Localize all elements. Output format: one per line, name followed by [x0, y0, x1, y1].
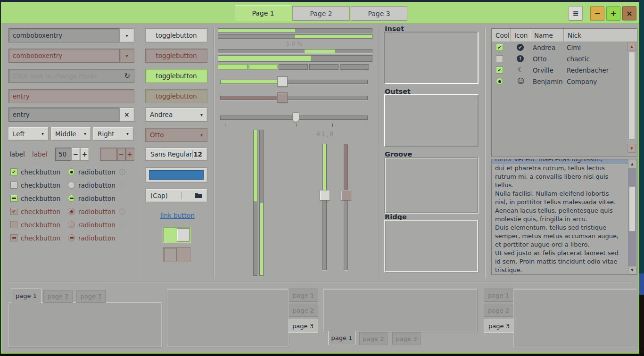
- combobox-left[interactable]: Left▾: [8, 127, 49, 141]
- spinner-icon: [122, 184, 123, 186]
- radio-label[interactable]: radiobutton: [78, 168, 116, 176]
- font-family: Sans Regular: [150, 150, 192, 158]
- textview-selection: tortor vel elit. Maecenas dignissim,: [492, 159, 628, 164]
- hscale-track[interactable]: [220, 80, 368, 84]
- tree-cell-name[interactable]: Otto: [533, 55, 546, 63]
- tree-cell-name[interactable]: Benjamin: [533, 78, 563, 85]
- header-tab-page3[interactable]: Page 3: [351, 6, 407, 21]
- notebook-top-tab-page3[interactable]: page 3: [76, 290, 106, 303]
- tree-column-header-nick[interactable]: Nick: [564, 29, 637, 41]
- checkbox-label[interactable]: checkbutton: [21, 182, 60, 189]
- hscale-slider[interactable]: [277, 76, 288, 87]
- tree-column-header-name[interactable]: Name: [530, 29, 564, 41]
- notebook-bottom-tab-page3[interactable]: page 3: [392, 332, 421, 345]
- combobox-name-disabled: Otto▾: [145, 128, 207, 142]
- radio-label[interactable]: radiobutton: [78, 195, 116, 202]
- radio-unchecked[interactable]: [68, 182, 75, 189]
- notebook-top-tab-page1[interactable]: page 1: [11, 289, 41, 303]
- radio-label[interactable]: radiobutton: [78, 182, 116, 189]
- spin-minus-button[interactable]: −: [71, 148, 80, 161]
- notebook-right-tab-page1[interactable]: page 1: [289, 289, 318, 302]
- label-disabled: label: [32, 150, 48, 158]
- notebook-left-content: [513, 289, 637, 348]
- tree-cell-nick[interactable]: chaotic: [567, 55, 590, 63]
- tree-cell-nick[interactable]: Company: [567, 78, 597, 85]
- combobox-right[interactable]: Right▾: [93, 127, 133, 141]
- close-button[interactable]: ×: [622, 6, 636, 20]
- entry-value: entry: [13, 111, 30, 118]
- scale-mark: [225, 124, 225, 127]
- togglebutton[interactable]: togglebutton: [145, 28, 207, 42]
- entry[interactable]: entry: [8, 108, 119, 122]
- menu-button[interactable]: ≡: [569, 6, 583, 20]
- tree-column-header-icon[interactable]: Icon: [511, 29, 530, 41]
- tree-cell-nick[interactable]: Cimi: [567, 44, 581, 51]
- tree-radio-checked[interactable]: [496, 78, 503, 85]
- combobox-name[interactable]: Andrea▾: [145, 108, 207, 122]
- notebook-right-tab-page2[interactable]: page 2: [289, 304, 318, 317]
- textview-scroll-up-button[interactable]: ▲: [628, 160, 636, 168]
- textview[interactable]: tortor vel elit. Maecenas dignissim, dui…: [491, 159, 637, 275]
- vscale-track[interactable]: [322, 144, 327, 270]
- tree-cell-nick[interactable]: Redenbacher: [567, 66, 609, 74]
- checkbox-label[interactable]: checkbutton: [21, 195, 60, 202]
- notebook-right-tab-page3[interactable]: page 3: [288, 319, 318, 333]
- header-tab-page2[interactable]: Page 2: [292, 6, 350, 21]
- switch-off-disabled: [163, 247, 190, 262]
- checkbox-label: checkbutton: [21, 208, 60, 215]
- hscale-marks-slider[interactable]: [292, 112, 299, 122]
- tree-checkbox-checked[interactable]: ✔: [496, 66, 503, 74]
- combobox-middle[interactable]: Middle▾: [50, 127, 91, 141]
- textview-scroll-down-button[interactable]: ▼: [628, 266, 636, 274]
- checkbox-mixed[interactable]: [10, 195, 17, 202]
- divider: [192, 150, 193, 158]
- checkbox-unchecked[interactable]: [10, 182, 17, 189]
- notebook-left-tab-page2[interactable]: page 2: [484, 304, 513, 317]
- maximize-button[interactable]: +: [606, 6, 620, 20]
- chevron-down-icon: ▾: [125, 33, 128, 38]
- refresh-icon[interactable]: ↻: [124, 72, 130, 80]
- spin-plus-button[interactable]: +: [80, 148, 89, 161]
- tree-scrollbar-thumb[interactable]: [628, 52, 635, 140]
- comboboxentry-value: comboboxentry: [13, 52, 62, 59]
- togglebutton-label: togglebutton: [156, 32, 197, 39]
- link-button[interactable]: link button: [160, 212, 195, 219]
- togglebutton-active[interactable]: togglebutton: [145, 69, 207, 83]
- notebook-top-tab-page2[interactable]: page 2: [43, 290, 73, 303]
- tree-cell-name[interactable]: Orville: [533, 66, 553, 74]
- file-chooser-button[interactable]: (Cap): [145, 189, 207, 202]
- font-button[interactable]: Sans Regular 12: [145, 148, 207, 161]
- tree-cell-name[interactable]: Andrea: [533, 44, 555, 51]
- mode-entry[interactable]: Click icon to change mode↻: [8, 69, 134, 83]
- minimize-button[interactable]: −: [590, 6, 604, 20]
- spinbutton-value[interactable]: 50: [55, 148, 71, 161]
- combobox-value: Middle: [55, 130, 76, 138]
- notebook-bottom-tab-page2[interactable]: page 2: [359, 332, 388, 345]
- comboboxentry-input[interactable]: comboboxentry: [8, 28, 119, 42]
- chevron-down-icon: ▾: [125, 53, 128, 58]
- textview-scrollbar-thumb[interactable]: [629, 186, 636, 232]
- checkbox-label[interactable]: checkbutton: [21, 168, 60, 176]
- tree-scroll-down-button[interactable]: ▼: [627, 144, 636, 153]
- radio-label: radiobutton: [78, 221, 116, 229]
- notebook-left-tab-page1[interactable]: page 1: [484, 289, 513, 302]
- divider: [181, 192, 182, 199]
- header-tab-page1[interactable]: Page 1: [235, 5, 291, 21]
- radio-mixed[interactable]: [68, 195, 75, 202]
- tree-checkbox-unchecked[interactable]: [496, 55, 503, 62]
- checkbox-checked[interactable]: ✔: [10, 168, 17, 175]
- radio-checked[interactable]: [68, 168, 75, 175]
- notebook-bottom-tab-page1[interactable]: page 1: [328, 331, 355, 345]
- scale-mark: [368, 124, 368, 127]
- scale-mark: [332, 124, 333, 127]
- arrow-down-icon: ▼: [630, 147, 633, 150]
- entry-clear-button[interactable]: ×: [119, 108, 134, 122]
- tree-scroll-up-button[interactable]: ▲: [627, 42, 636, 51]
- notebook-left-tab-page3[interactable]: page 3: [484, 319, 514, 333]
- comboboxentry-dropdown-button[interactable]: ▾: [119, 28, 134, 42]
- switch-on[interactable]: [163, 227, 190, 242]
- tree-column-header-cool[interactable]: Cool: [492, 29, 511, 41]
- tree-checkbox-checked[interactable]: ✔: [496, 44, 503, 51]
- color-button[interactable]: [145, 167, 207, 182]
- vscale-slider[interactable]: [320, 190, 330, 200]
